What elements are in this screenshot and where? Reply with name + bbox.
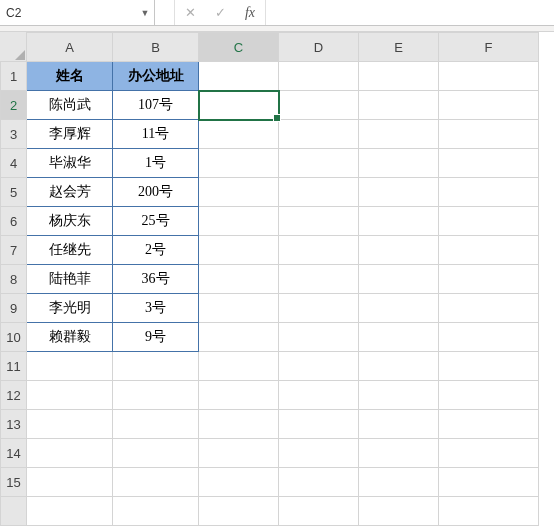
cell-F3[interactable] <box>439 120 539 149</box>
cell-A11[interactable] <box>27 352 113 381</box>
cell-E16[interactable] <box>359 497 439 526</box>
row-header-4[interactable]: 4 <box>1 149 27 178</box>
cell-E2[interactable] <box>359 91 439 120</box>
table-cell-name[interactable]: 任继先 <box>27 236 113 265</box>
row-header-16[interactable] <box>1 497 27 526</box>
fx-icon[interactable]: fx <box>235 0 265 25</box>
confirm-icon[interactable]: ✓ <box>205 0 235 25</box>
cell-B13[interactable] <box>113 410 199 439</box>
row-header-7[interactable]: 7 <box>1 236 27 265</box>
table-cell-name[interactable]: 陆艳菲 <box>27 265 113 294</box>
cell-D1[interactable] <box>279 62 359 91</box>
cell-D13[interactable] <box>279 410 359 439</box>
table-cell-address[interactable]: 9号 <box>113 323 199 352</box>
row-header-6[interactable]: 6 <box>1 207 27 236</box>
cell-E10[interactable] <box>359 323 439 352</box>
row-header-9[interactable]: 9 <box>1 294 27 323</box>
table-cell-name[interactable]: 赖群毅 <box>27 323 113 352</box>
cell-E8[interactable] <box>359 265 439 294</box>
cell-E3[interactable] <box>359 120 439 149</box>
cell-E9[interactable] <box>359 294 439 323</box>
cell-B12[interactable] <box>113 381 199 410</box>
col-header-C[interactable]: C <box>199 33 279 62</box>
cell-D6[interactable] <box>279 207 359 236</box>
cell-F5[interactable] <box>439 178 539 207</box>
row-header-2[interactable]: 2 <box>1 91 27 120</box>
cell-F15[interactable] <box>439 468 539 497</box>
cell-C14[interactable] <box>199 439 279 468</box>
cell-F14[interactable] <box>439 439 539 468</box>
cell-F2[interactable] <box>439 91 539 120</box>
cell-C4[interactable] <box>199 149 279 178</box>
cell-C6[interactable] <box>199 207 279 236</box>
table-cell-address[interactable]: 25号 <box>113 207 199 236</box>
cell-D8[interactable] <box>279 265 359 294</box>
table-cell-address[interactable]: 2号 <box>113 236 199 265</box>
row-header-15[interactable]: 15 <box>1 468 27 497</box>
cell-A12[interactable] <box>27 381 113 410</box>
cell-E12[interactable] <box>359 381 439 410</box>
cell-D5[interactable] <box>279 178 359 207</box>
row-header-8[interactable]: 8 <box>1 265 27 294</box>
name-box[interactable]: C2 <box>0 6 136 20</box>
table-cell-address[interactable]: 200号 <box>113 178 199 207</box>
cell-C12[interactable] <box>199 381 279 410</box>
cell-F9[interactable] <box>439 294 539 323</box>
cell-C1[interactable] <box>199 62 279 91</box>
cell-B14[interactable] <box>113 439 199 468</box>
row-header-11[interactable]: 11 <box>1 352 27 381</box>
cell-E14[interactable] <box>359 439 439 468</box>
table-cell-address[interactable]: 11号 <box>113 120 199 149</box>
table-cell-name[interactable]: 毕淑华 <box>27 149 113 178</box>
cell-C8[interactable] <box>199 265 279 294</box>
row-header-1[interactable]: 1 <box>1 62 27 91</box>
row-header-13[interactable]: 13 <box>1 410 27 439</box>
table-cell-name[interactable]: 杨庆东 <box>27 207 113 236</box>
cell-E1[interactable] <box>359 62 439 91</box>
cell-E5[interactable] <box>359 178 439 207</box>
table-cell-name[interactable]: 陈尚武 <box>27 91 113 120</box>
cell-C13[interactable] <box>199 410 279 439</box>
cell-A16[interactable] <box>27 497 113 526</box>
table-cell-address[interactable]: 107号 <box>113 91 199 120</box>
table-cell-name[interactable]: 李光明 <box>27 294 113 323</box>
table-cell-address[interactable]: 1号 <box>113 149 199 178</box>
cell-F16[interactable] <box>439 497 539 526</box>
cell-C11[interactable] <box>199 352 279 381</box>
cell-C2[interactable] <box>199 91 279 120</box>
cell-B11[interactable] <box>113 352 199 381</box>
cell-F10[interactable] <box>439 323 539 352</box>
cell-F11[interactable] <box>439 352 539 381</box>
cell-C15[interactable] <box>199 468 279 497</box>
cell-D9[interactable] <box>279 294 359 323</box>
name-box-dropdown[interactable]: ▼ <box>136 8 154 18</box>
cell-E13[interactable] <box>359 410 439 439</box>
row-header-14[interactable]: 14 <box>1 439 27 468</box>
table-cell-name[interactable]: 赵会芳 <box>27 178 113 207</box>
cell-C5[interactable] <box>199 178 279 207</box>
cell-C16[interactable] <box>199 497 279 526</box>
col-header-F[interactable]: F <box>439 33 539 62</box>
table-cell-address[interactable]: 36号 <box>113 265 199 294</box>
cell-B15[interactable] <box>113 468 199 497</box>
select-all-corner[interactable] <box>1 33 27 62</box>
row-header-5[interactable]: 5 <box>1 178 27 207</box>
cell-F4[interactable] <box>439 149 539 178</box>
col-header-E[interactable]: E <box>359 33 439 62</box>
cell-F6[interactable] <box>439 207 539 236</box>
cell-E6[interactable] <box>359 207 439 236</box>
cell-D16[interactable] <box>279 497 359 526</box>
cell-C9[interactable] <box>199 294 279 323</box>
cell-A14[interactable] <box>27 439 113 468</box>
cell-D14[interactable] <box>279 439 359 468</box>
formula-input[interactable] <box>265 0 554 25</box>
cell-C3[interactable] <box>199 120 279 149</box>
cell-F7[interactable] <box>439 236 539 265</box>
cell-C10[interactable] <box>199 323 279 352</box>
cell-D10[interactable] <box>279 323 359 352</box>
cancel-icon[interactable]: ✕ <box>175 0 205 25</box>
table-cell-address[interactable]: 3号 <box>113 294 199 323</box>
cell-D11[interactable] <box>279 352 359 381</box>
table-header-address[interactable]: 办公地址 <box>113 62 199 91</box>
col-header-D[interactable]: D <box>279 33 359 62</box>
